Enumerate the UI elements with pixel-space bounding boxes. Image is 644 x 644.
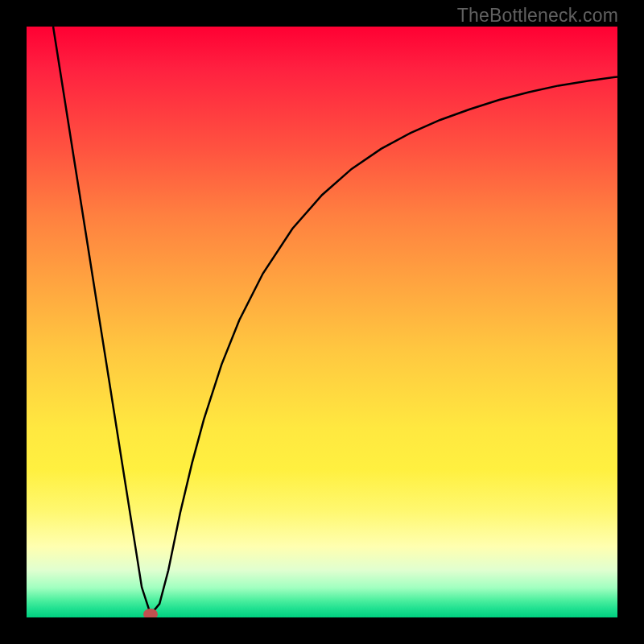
bottleneck-curve <box>53 27 617 614</box>
chart-plot-area <box>27 27 617 617</box>
optimum-marker <box>143 609 158 617</box>
curve-svg <box>27 27 617 617</box>
watermark-text: TheBottleneck.com <box>457 5 618 27</box>
